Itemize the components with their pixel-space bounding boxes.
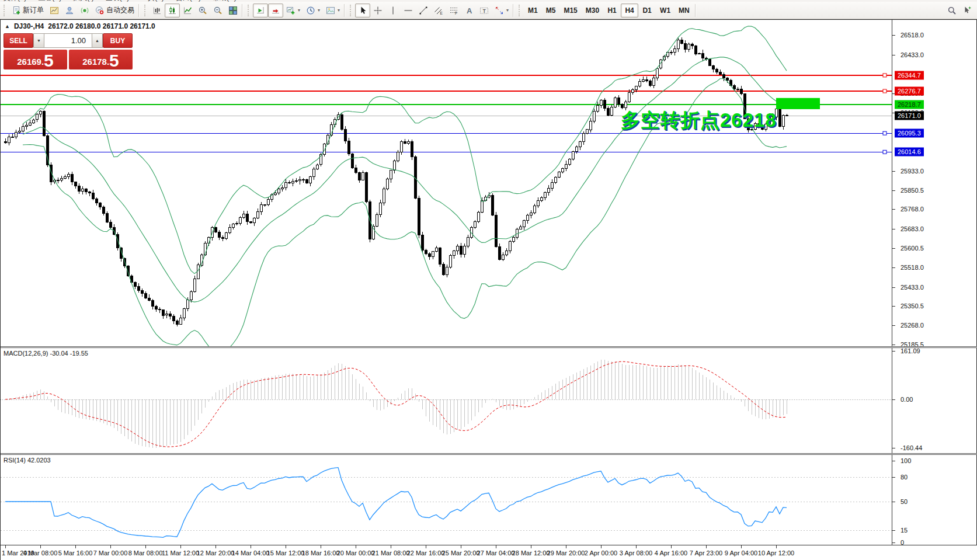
dropdown-caret-icon: ▾ <box>338 8 340 13</box>
chart-window[interactable]: ▲ DJ30-,H4 26172.0 26180.0 26171.0 26171… <box>0 19 977 560</box>
templates-button[interactable]: ▾ <box>323 4 343 18</box>
toolbar-grip <box>4 5 7 16</box>
volume-down-button[interactable]: ▼ <box>33 33 44 48</box>
panel-separator[interactable] <box>1 346 977 348</box>
zoom-in-button[interactable] <box>195 4 210 18</box>
time-tick <box>706 545 707 548</box>
auto-scroll-button[interactable] <box>253 4 268 18</box>
main-chart-canvas[interactable] <box>1 20 892 346</box>
search-button[interactable] <box>944 4 959 18</box>
volume-up-button[interactable]: ▲ <box>92 33 103 48</box>
scale-tick <box>892 267 895 268</box>
dropdown-caret-icon: ▾ <box>318 8 320 13</box>
timeframe-mn-button[interactable]: MN <box>674 4 694 18</box>
rsi-canvas[interactable] <box>1 455 892 545</box>
timeframe-d1-button[interactable]: D1 <box>638 4 656 18</box>
time-tick <box>321 545 321 548</box>
svg-text:A: A <box>467 6 472 15</box>
timeframe-m15-button[interactable]: M15 <box>559 4 581 18</box>
macd-histogram <box>6 360 787 448</box>
time-axis[interactable]: 1 Mar 20194 Mar 08:005 Mar 16:007 Mar 00… <box>1 545 977 560</box>
sell-price-button[interactable]: 26169.5 <box>4 50 67 69</box>
dropdown-caret-icon: ▾ <box>506 8 509 13</box>
trendline-button[interactable] <box>416 4 431 18</box>
level-price-badge: 26014.6 <box>895 148 924 156</box>
bollinger-bands <box>23 26 787 346</box>
panel-separator[interactable] <box>1 453 977 455</box>
highlight-rectangle[interactable] <box>776 98 820 109</box>
buy-price: 26178. <box>82 57 109 69</box>
auto-trading-button[interactable]: 自动交易 <box>92 4 137 18</box>
menu-items: 文件(F) 查看(V) 插入(I) 图表(C) 工具(T) 窗口(W) 帮助(H… <box>4 0 237 2</box>
macd-canvas[interactable] <box>1 348 892 453</box>
new-order-button[interactable]: 新订单 <box>9 4 47 18</box>
channel-icon: E <box>434 6 443 15</box>
cursor-button[interactable] <box>355 4 370 18</box>
market-watch-button[interactable] <box>62 4 77 18</box>
new-chart-button[interactable]: ▾ <box>283 4 303 18</box>
charts-list-button[interactable] <box>47 4 62 18</box>
timeframe-h4-button[interactable]: H4 <box>621 4 638 18</box>
text-button[interactable]: A <box>461 4 477 18</box>
volume-input[interactable]: 1.00 <box>44 33 92 48</box>
autotrade-icon <box>95 6 105 15</box>
fibonacci-button[interactable]: F <box>446 4 461 18</box>
rsi-tick-label: 50 <box>900 498 908 505</box>
candlestick-button[interactable] <box>165 4 180 18</box>
price-tick-label: 25518.0 <box>900 264 924 271</box>
vertical-line-button[interactable] <box>385 4 401 18</box>
scale-tick <box>892 530 895 531</box>
arrows-button[interactable]: ▾ <box>492 4 512 18</box>
channel-button[interactable]: E <box>431 4 446 18</box>
scale-tick <box>892 306 895 307</box>
time-tick-label: 22 Mar 16:00 <box>407 549 445 556</box>
buy-price-button[interactable]: 26178.5 <box>69 50 133 69</box>
timeframe-m30-button[interactable]: M30 <box>582 4 603 18</box>
time-tick-label: 25 Mar 20:00 <box>442 549 480 556</box>
scale-tick <box>892 542 895 543</box>
line-handle[interactable] <box>883 89 886 93</box>
time-tick <box>426 545 426 548</box>
timeframe-m5-button[interactable]: M5 <box>542 4 560 18</box>
new-chart-icon <box>286 6 295 15</box>
arrows-icon <box>495 6 504 15</box>
signals-button[interactable] <box>77 4 92 18</box>
text-label-button[interactable]: T <box>477 4 492 18</box>
spinner-down-icon: ▼ <box>37 39 41 43</box>
horizontal-line-button[interactable] <box>401 4 416 18</box>
button-label: MN <box>679 6 690 15</box>
crosshair-button[interactable] <box>370 4 385 18</box>
periods-button[interactable]: ▾ <box>303 4 323 18</box>
line-handle[interactable] <box>883 150 886 154</box>
timeframe-h1-button[interactable]: H1 <box>603 4 621 18</box>
time-tick <box>145 545 146 548</box>
toolbar-grip <box>248 5 251 16</box>
price-scale[interactable]: 26518.026433.026265.526183.025933.025850… <box>892 20 977 545</box>
time-tick-label: 27 Mar 04:00 <box>477 549 515 556</box>
toolbar-separator <box>513 4 516 17</box>
line-handle[interactable] <box>883 131 886 135</box>
timeframe-m1-button[interactable]: M1 <box>524 4 542 18</box>
line-chart-button[interactable] <box>180 4 195 18</box>
chart-shift-button[interactable] <box>268 4 283 18</box>
current-price-badge: 26171.0 <box>895 112 924 120</box>
button-label: W1 <box>660 6 670 15</box>
tile-windows-button[interactable] <box>225 4 241 18</box>
scale-tick <box>892 448 895 448</box>
scale-tick <box>892 502 895 502</box>
collapse-trade-panel-icon[interactable]: ▲ <box>5 23 10 29</box>
bar-chart-button[interactable] <box>149 4 165 18</box>
time-tick <box>496 545 496 548</box>
scale-tick <box>892 190 895 191</box>
buy-button[interactable]: BUY <box>103 33 133 48</box>
level-price-badge: 26344.7 <box>895 71 924 80</box>
sell-button[interactable]: SELL <box>4 33 33 48</box>
timeframe-w1-button[interactable]: W1 <box>656 4 674 18</box>
line-handle[interactable] <box>883 74 886 77</box>
quick-nav-button[interactable] <box>959 4 975 18</box>
menu-bar: 文件(F) 查看(V) 插入(I) 图表(C) 工具(T) 窗口(W) 帮助(H… <box>0 0 977 2</box>
annotation-text: 多空转折点26218 <box>621 107 777 134</box>
time-tick-label: 11 Mar 12:00 <box>162 549 199 556</box>
search-icon <box>947 6 957 15</box>
zoom-out-button[interactable] <box>210 4 225 18</box>
